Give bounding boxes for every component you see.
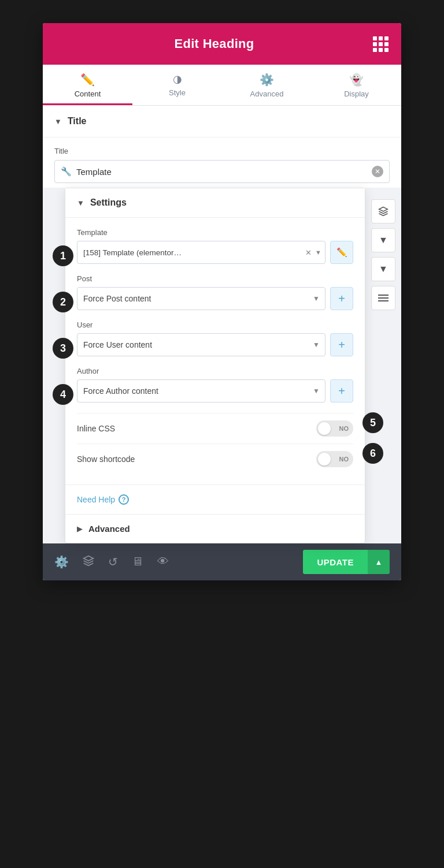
settings-popup: ▼ Settings 1 Template (65, 188, 365, 543)
inline-css-value: NO (339, 425, 349, 432)
user-select-row: Force User content ▼ + (77, 333, 353, 356)
post-add-button[interactable]: + (330, 287, 353, 310)
author-select[interactable]: Force Author content (77, 379, 325, 403)
user-field: 3 User Force User content ▼ + (77, 321, 353, 356)
side-icons: ▼ ▼ (365, 188, 401, 543)
tab-content-label: Content (75, 90, 101, 98)
show-shortcode-label: Show shortcode (77, 455, 135, 464)
update-group: UPDATE ▲ (303, 550, 390, 574)
post-select[interactable]: Force Post content (77, 287, 325, 310)
show-shortcode-value: NO (339, 456, 349, 463)
author-add-button[interactable]: + (330, 379, 353, 403)
tab-advanced[interactable]: ⚙️ Advanced (222, 65, 312, 105)
badge-5: 5 (362, 412, 383, 433)
layers-icon-button[interactable] (371, 199, 395, 223)
tab-style-label: Style (169, 88, 186, 97)
post-field-label: Post (77, 274, 353, 283)
need-help-link[interactable]: Need Help ? (77, 494, 353, 505)
settings-icon[interactable]: ⚙️ (54, 555, 69, 569)
user-select[interactable]: Force User content (77, 333, 325, 356)
advanced-section-label: Advanced (88, 524, 130, 534)
title-section-label: Title (68, 116, 87, 126)
user-add-button[interactable]: + (330, 333, 353, 356)
tab-style[interactable]: ◑ Style (132, 65, 222, 105)
chevron-down-icon: ▼ (54, 117, 62, 126)
page-title: Edit Heading (174, 36, 254, 51)
ghost-icon: 👻 (349, 73, 364, 87)
chevron-right-icon: ▶ (77, 524, 83, 533)
tab-content[interactable]: ✏️ Content (43, 65, 132, 105)
history-icon[interactable]: ↺ (108, 555, 118, 569)
title-field-row: Title 🔧 ✕ (43, 137, 401, 188)
badge-4: 4 (53, 384, 73, 405)
badge-2: 2 (53, 292, 73, 312)
show-shortcode-row: 6 Show shortcode NO (77, 444, 353, 474)
update-button[interactable]: UPDATE (303, 550, 368, 574)
eye-icon[interactable]: 👁 (157, 555, 169, 569)
chevron-down-icon-button-2[interactable]: ▼ (371, 257, 395, 281)
header: Edit Heading (43, 23, 401, 65)
user-field-label: User (77, 321, 353, 329)
title-section-header[interactable]: ▼ Title (43, 106, 401, 137)
help-circle-icon: ? (119, 494, 129, 505)
popup-area: ▼ ▼ ▼ Settings (43, 188, 401, 543)
need-help-section: Need Help ? (65, 485, 365, 514)
bottom-toolbar: ⚙️ ↺ 🖥 👁 UPDATE ▲ (43, 543, 401, 580)
gear-icon: ⚙️ (260, 73, 274, 87)
chevron-down-icon-button[interactable]: ▼ (371, 228, 395, 252)
tabs-bar: ✏️ Content ◑ Style ⚙️ Advanced 👻 Display (43, 65, 401, 106)
template-select-value: [158] Template (elementor… (83, 248, 302, 257)
template-field-label: Template (77, 228, 353, 237)
badge-1: 1 (53, 245, 73, 266)
clear-input-button[interactable]: ✕ (372, 166, 383, 177)
toolbar-icons: ⚙️ ↺ 🖥 👁 (54, 555, 169, 569)
toggle-knob (318, 422, 331, 435)
grid-icon[interactable] (373, 36, 388, 52)
template-edit-button[interactable]: ✏️ (330, 241, 353, 264)
wrench-icon: 🔧 (61, 166, 72, 177)
template-select-row: [158] Template (elementor… ✕ ▼ ✏️ (77, 241, 353, 264)
title-input[interactable] (76, 167, 372, 177)
settings-chevron-icon: ▼ (77, 199, 84, 207)
title-field-label: Title (54, 147, 390, 155)
inline-css-toggle[interactable]: NO (316, 420, 353, 437)
template-select-arrow: ▼ (315, 249, 321, 256)
badge-6: 6 (362, 443, 383, 464)
advanced-section[interactable]: ▶ Advanced (65, 514, 365, 543)
settings-form: 1 Template [158] Template (elementor… ✕ … (65, 218, 365, 485)
half-circle-icon: ◑ (173, 73, 182, 85)
pencil-icon-small: ✏️ (336, 247, 347, 258)
post-select-row: Force Post content ▼ + (77, 287, 353, 310)
inline-css-row: 5 Inline CSS NO (77, 413, 353, 444)
main-content: ▼ Title Title 🔧 ✕ (43, 106, 401, 543)
author-select-row: Force Author content ▼ + (77, 379, 353, 403)
template-select-control[interactable]: [158] Template (elementor… ✕ ▼ (77, 241, 325, 264)
tab-advanced-label: Advanced (250, 90, 284, 98)
need-help-label: Need Help (77, 495, 115, 504)
post-field: 2 Post Force Post content ▼ + (77, 274, 353, 310)
author-field: 4 Author Force Author content ▼ (77, 367, 353, 403)
settings-section-header[interactable]: ▼ Settings (65, 188, 365, 218)
template-select-clear[interactable]: ✕ (305, 248, 312, 257)
pencil-icon: ✏️ (80, 73, 95, 87)
inline-css-label: Inline CSS (77, 424, 115, 433)
settings-section-label: Settings (90, 198, 127, 208)
template-field: 1 Template [158] Template (elementor… ✕ … (77, 228, 353, 264)
update-chevron-icon: ▲ (375, 558, 383, 567)
lines-icon-button[interactable] (371, 286, 395, 310)
author-field-label: Author (77, 367, 353, 375)
show-shortcode-toggle[interactable]: NO (316, 451, 353, 467)
tab-display[interactable]: 👻 Display (312, 65, 401, 105)
post-select-wrapper: Force Post content ▼ (77, 287, 325, 310)
layers-icon[interactable] (83, 555, 94, 569)
title-input-wrapper: 🔧 ✕ (54, 160, 390, 183)
badge-3: 3 (53, 338, 73, 359)
tab-display-label: Display (344, 90, 369, 98)
update-arrow-button[interactable]: ▲ (368, 550, 390, 574)
toggle-knob-2 (318, 453, 331, 465)
monitor-icon[interactable]: 🖥 (132, 555, 143, 569)
author-select-wrapper: Force Author content ▼ (77, 379, 325, 403)
user-select-wrapper: Force User content ▼ (77, 333, 325, 356)
